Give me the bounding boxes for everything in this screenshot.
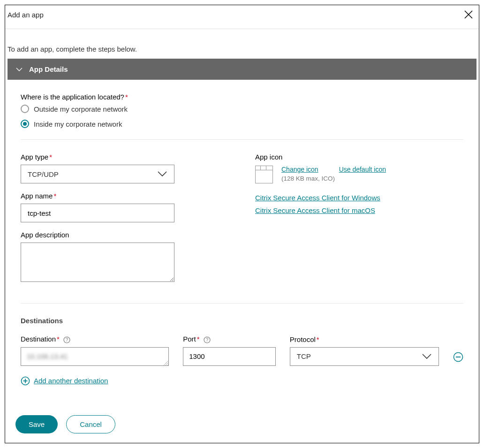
divider	[21, 139, 463, 140]
add-app-dialog: Add an app To add an app, complete the s…	[5, 5, 479, 443]
protocol-label: Protocol*	[290, 335, 439, 343]
info-icon[interactable]: ?	[204, 336, 211, 343]
change-icon-link[interactable]: Change icon	[281, 166, 318, 173]
svg-text:?: ?	[205, 337, 208, 342]
add-destination-button[interactable]: Add another destination	[21, 376, 463, 386]
add-destination-label: Add another destination	[34, 377, 108, 385]
icon-hint: (128 KB max, ICO)	[281, 175, 386, 182]
intro-text: To add an app, complete the steps below.	[8, 45, 476, 53]
location-label: Where is the application located?*	[21, 93, 463, 101]
protocol-value: TCP	[297, 352, 311, 360]
section-header-label: App Details	[29, 65, 68, 73]
svg-text:?: ?	[66, 337, 68, 342]
cancel-button[interactable]: Cancel	[66, 415, 115, 433]
app-name-input[interactable]	[21, 204, 174, 222]
plus-circle-icon	[21, 376, 30, 386]
section-header-app-details[interactable]: App Details	[8, 59, 476, 80]
chevron-down-icon	[422, 353, 432, 360]
app-icon-label: App icon	[255, 153, 463, 161]
radio-outside-network[interactable]: Outside my corporate network	[21, 105, 463, 113]
dialog-header: Add an app	[5, 5, 479, 29]
port-label: Port* ?	[183, 335, 276, 343]
destination-input[interactable]: 10.106.13.41	[21, 347, 169, 366]
close-icon[interactable]	[463, 9, 474, 20]
app-type-value: TCP/UDP	[28, 170, 59, 178]
chevron-down-icon	[16, 66, 23, 73]
download-windows-link[interactable]: Citrix Secure Access Client for Windows	[255, 194, 463, 202]
radio-label-outside: Outside my corporate network	[34, 105, 128, 113]
info-icon[interactable]: ?	[63, 336, 70, 343]
resize-handle-icon	[164, 361, 168, 365]
protocol-select[interactable]: TCP	[290, 347, 439, 366]
radio-icon	[21, 105, 29, 113]
dialog-footer: Save Cancel	[15, 415, 115, 433]
app-icon-placeholder	[255, 166, 273, 183]
radio-inside-network[interactable]: Inside my corporate network	[21, 120, 463, 128]
app-description-textarea[interactable]	[21, 243, 174, 282]
use-default-icon-link[interactable]: Use default icon	[339, 166, 386, 173]
port-input[interactable]	[183, 347, 276, 366]
dialog-title: Add an app	[8, 11, 44, 19]
radio-label-inside: Inside my corporate network	[34, 120, 122, 128]
app-description-label: App description	[21, 231, 236, 239]
app-name-label: App name*	[21, 192, 236, 200]
radio-icon	[21, 120, 29, 128]
save-button[interactable]: Save	[15, 415, 58, 433]
divider	[21, 303, 463, 304]
remove-destination-icon[interactable]	[453, 352, 463, 362]
destination-label: Destination* ?	[21, 335, 169, 343]
app-type-select[interactable]: TCP/UDP	[21, 165, 174, 183]
destinations-heading: Destinations	[21, 317, 463, 325]
download-macos-link[interactable]: Citrix Secure Access Client for macOS	[255, 206, 463, 214]
chevron-down-icon	[157, 171, 167, 177]
app-type-label: App type*	[21, 153, 236, 161]
destination-row: Destination* ? 10.106.13.41 Port*	[21, 335, 463, 366]
